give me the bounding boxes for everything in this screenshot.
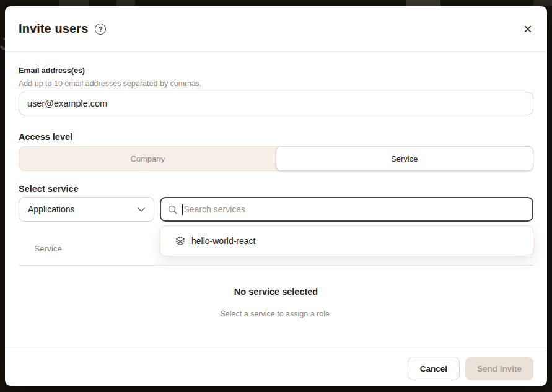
text-cursor [182,204,183,215]
empty-state-title: No service selected [5,287,547,297]
access-level-service-button[interactable]: Service [276,146,534,171]
search-results-dropdown: hello-world-react [160,225,533,256]
modal-title: Invite users [19,22,88,36]
layers-icon [175,236,185,246]
dimmed-nav-fragment [116,0,135,6]
service-type-select-value: Applications [28,204,75,214]
table-divider [19,265,533,266]
empty-state-subtitle: Select a service to assign a role. [5,310,547,318]
dimmed-nav-fragment [406,0,440,6]
access-level-company-button[interactable]: Company [19,147,276,170]
email-helper-text: Add up to 10 email addresses separated b… [19,79,201,88]
service-search-input[interactable]: Search services [160,197,533,222]
help-icon[interactable]: ? [95,24,106,35]
email-input[interactable] [19,92,533,115]
service-type-select[interactable]: Applications [19,197,154,222]
dimmed-nav-fragment [533,0,552,6]
send-invite-button[interactable]: Send invite [465,357,533,380]
search-result-label: hello-world-react [191,236,255,246]
modal-footer: Cancel Send invite [5,351,547,386]
access-level-toggle: Company Service [19,146,533,171]
search-placeholder: Search services [184,204,246,214]
access-level-label: Access level [19,132,72,142]
invite-users-modal: Invite users ? × Email address(es) Add u… [5,6,547,386]
search-result-item[interactable]: hello-world-react [164,230,529,252]
dimmed-nav-fragment [59,0,89,6]
select-service-label: Select service [19,184,79,194]
search-icon [168,205,177,214]
modal-header: Invite users ? × [5,6,547,52]
service-column-header: Service [34,244,62,253]
email-label: Email address(es) [19,66,85,75]
chevron-down-icon [138,207,145,212]
cancel-button[interactable]: Cancel [408,357,460,380]
screen: J Invite users ? × Email address(es) Add… [0,0,552,392]
close-icon[interactable]: × [522,22,533,37]
